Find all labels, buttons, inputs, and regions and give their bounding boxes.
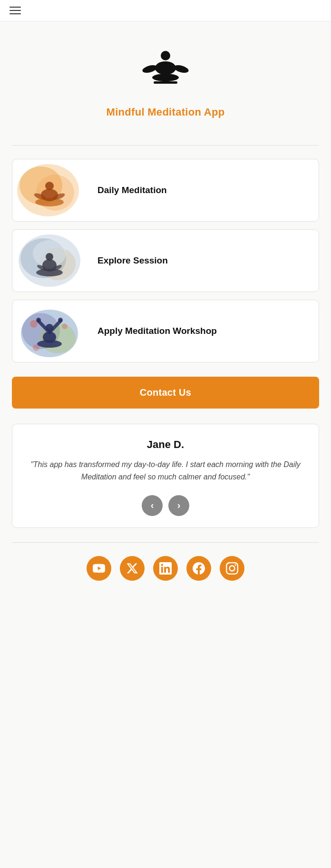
linkedin-icon[interactable] [153, 556, 178, 581]
apply-workshop-card[interactable]: Apply Meditation Workshop [12, 300, 319, 362]
svg-point-11 [45, 182, 54, 190]
header [0, 0, 331, 21]
testimonial-next-button[interactable]: › [168, 495, 189, 516]
contact-us-button[interactable]: Contact Us [12, 377, 319, 409]
explore-session-label: Explore Session [86, 255, 319, 266]
svg-point-4 [152, 74, 179, 81]
apply-workshop-image [12, 300, 86, 362]
svg-point-34 [36, 318, 41, 322]
menu-button[interactable] [10, 7, 21, 14]
cards-section: Daily Meditation Explore Session [0, 149, 331, 372]
daily-meditation-card[interactable]: Daily Meditation [12, 159, 319, 222]
svg-rect-5 [154, 81, 177, 84]
svg-point-2 [142, 64, 158, 74]
apply-workshop-label: Apply Meditation Workshop [86, 326, 319, 336]
explore-session-image [12, 230, 86, 292]
testimonial-prev-button[interactable]: ‹ [142, 495, 163, 516]
svg-point-35 [58, 318, 63, 322]
explore-session-card[interactable]: Explore Session [12, 229, 319, 292]
x-twitter-icon[interactable] [120, 556, 145, 581]
daily-meditation-image [12, 159, 86, 221]
daily-meditation-label: Daily Meditation [86, 185, 319, 195]
testimonial-navigation: ‹ › [26, 495, 305, 516]
app-title: Mindful Meditation App [107, 106, 225, 118]
testimonial-card: Jane D. "This app has transformed my day… [12, 424, 319, 528]
svg-point-3 [173, 64, 190, 74]
svg-point-27 [62, 323, 68, 329]
social-section [0, 543, 331, 596]
testimonial-section: Jane D. "This app has transformed my day… [0, 416, 331, 537]
testimonial-text: "This app has transformed my day-to-day … [26, 458, 305, 484]
svg-point-26 [30, 320, 38, 328]
instagram-icon[interactable] [220, 556, 244, 581]
contact-button-container: Contact Us [0, 372, 331, 416]
youtube-icon[interactable] [87, 556, 111, 581]
svg-point-0 [161, 51, 170, 60]
hero-section: Mindful Meditation App [0, 21, 331, 137]
testimonial-name: Jane D. [26, 439, 305, 451]
svg-point-1 [155, 61, 176, 75]
facebook-icon[interactable] [186, 556, 211, 581]
svg-point-20 [46, 253, 53, 261]
meditation-logo-icon [139, 45, 192, 98]
